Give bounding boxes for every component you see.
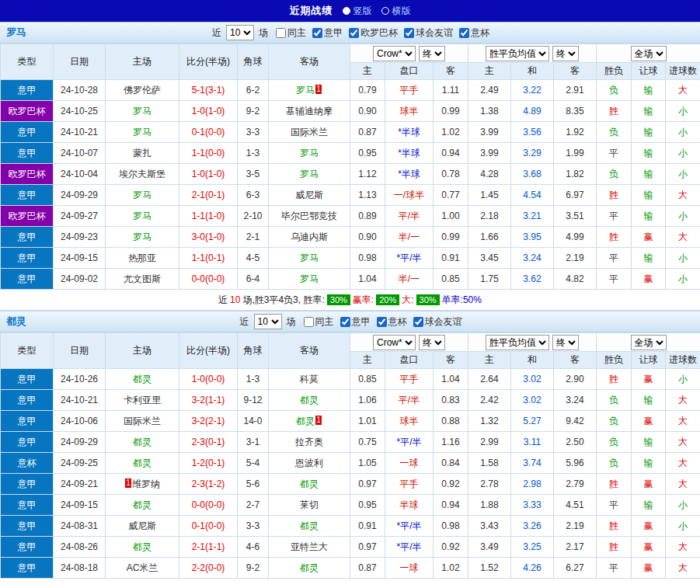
match-count-select[interactable]: 10: [254, 314, 282, 329]
away-team-cell: 毕尔巴鄂竞技: [269, 206, 350, 227]
home-team-name: 尤文图斯: [124, 273, 161, 284]
home-odds-cell: 0.87: [350, 558, 385, 579]
column-header: 进球数: [666, 352, 700, 369]
team-section-header: 罗马近10场同主意甲欧罗巴杯球会友谊意杯: [0, 22, 700, 43]
avg-home-cell: 1.32: [468, 411, 511, 432]
avg-home-cell: 4.28: [468, 164, 511, 185]
avg-time-select[interactable]: 终: [552, 335, 579, 350]
filter-checkbox[interactable]: 欧罗巴杯: [349, 26, 398, 40]
home-team-cell: 蒙扎: [106, 143, 179, 164]
checkbox-input[interactable]: [340, 317, 350, 327]
column-header: 客: [434, 63, 468, 80]
avg-draw-cell: 3.95: [511, 227, 554, 248]
checkbox-label: 意甲: [352, 315, 371, 329]
column-header: 比分(半场): [179, 44, 238, 80]
checkbox-input[interactable]: [413, 317, 423, 327]
checkbox-input[interactable]: [459, 28, 469, 38]
match-type-cell: 意甲: [1, 432, 54, 453]
handicap-cell: 平手: [385, 80, 434, 101]
avg-home-cell: 3.99: [468, 122, 511, 143]
handicap-result-cell: 输: [632, 143, 666, 164]
layout-option-vertical[interactable]: 竖版: [343, 5, 372, 18]
filter-controls: 近10场同主意甲欧罗巴杯球会友谊意杯: [211, 25, 489, 40]
home-team-cell: 都灵: [106, 537, 179, 558]
corners-cell: 6-2: [238, 80, 269, 101]
checkbox-input[interactable]: [404, 28, 414, 38]
home-odds-cell: 1.13: [350, 185, 385, 206]
goals-cell: 大: [666, 558, 700, 579]
column-header: 让球: [632, 352, 666, 369]
home-team-cell: 罗马: [106, 227, 179, 248]
scope-select[interactable]: 全场: [631, 335, 667, 350]
checkbox-input[interactable]: [312, 28, 322, 38]
handicap-cell: *半球: [385, 143, 434, 164]
odds-company-select[interactable]: Crow*: [373, 46, 416, 61]
match-count-select[interactable]: 10: [226, 25, 254, 40]
checkbox-input[interactable]: [349, 28, 359, 38]
filter-checkbox[interactable]: 意杯: [377, 315, 407, 329]
home-team-name: 都灵: [133, 541, 151, 552]
corners-cell: 3-3: [238, 516, 269, 537]
checkbox-input[interactable]: [377, 317, 387, 327]
odds-time-select[interactable]: 终: [419, 46, 445, 61]
result-cell: 胜: [597, 101, 632, 122]
summary-part: 场,胜3平4负3, 胜率:: [242, 294, 324, 307]
home-odds-cell: 1.12: [350, 164, 385, 185]
away-team-name: 都灵: [296, 416, 315, 426]
goals-cell: 小: [666, 495, 700, 516]
home-team-cell: 罗马: [106, 122, 179, 143]
avg-home-cell: 2.78: [468, 474, 511, 495]
filter-checkbox[interactable]: 球会友谊: [413, 315, 462, 329]
away-team-cell: 罗马: [269, 269, 350, 290]
filter-checkbox[interactable]: 意杯: [459, 26, 489, 40]
checkbox-input[interactable]: [276, 28, 286, 38]
avg-type-select[interactable]: 胜平负均值: [486, 335, 549, 350]
scope-select[interactable]: 全场: [631, 46, 667, 61]
home-team-cell: 都灵: [106, 495, 179, 516]
goals-cell: 小: [666, 516, 700, 537]
handicap-cell: 平手: [385, 369, 434, 390]
handicap-result-cell: 赢: [632, 558, 666, 579]
layout-option-horizontal[interactable]: 横版: [381, 5, 411, 18]
result-cell: 负: [597, 164, 632, 185]
filter-checkbox[interactable]: 同主: [276, 26, 306, 40]
avg-type-select[interactable]: 胜平负均值: [486, 46, 549, 61]
away-team-cell: 罗马: [269, 248, 350, 269]
away-odds-cell: 1.16: [434, 432, 468, 453]
odds-time-select[interactable]: 终: [419, 335, 445, 350]
result-cell: 胜: [597, 185, 632, 206]
corners-cell: 4-6: [238, 537, 269, 558]
away-team-cell: 罗马: [269, 143, 350, 164]
away-odds-cell: 0.94: [434, 143, 468, 164]
avg-header: 胜平负均值终: [468, 44, 597, 63]
match-row: 意甲24-09-29都灵2-3(0-1)3-1拉齐奥0.75*平/半1.162.…: [1, 432, 700, 453]
filter-checkbox[interactable]: 同主: [304, 315, 334, 329]
filter-checkbox[interactable]: 意甲: [340, 315, 371, 329]
avg-draw-cell: 3.02: [511, 369, 554, 390]
avg-draw-cell: 3.74: [511, 453, 554, 474]
odds-company-select[interactable]: Crow*: [373, 335, 416, 350]
home-team-cell: 1维罗纳: [106, 474, 179, 495]
avg-time-select[interactable]: 终: [552, 46, 579, 61]
checkbox-input[interactable]: [304, 317, 314, 327]
avg-draw-cell: 4.26: [511, 558, 554, 579]
home-team-cell: 都灵: [106, 453, 179, 474]
column-header: 客场: [269, 44, 350, 80]
goals-cell: 小: [666, 206, 700, 227]
home-odds-cell: 0.97: [350, 474, 385, 495]
column-header: 盘口: [385, 63, 434, 80]
avg-draw-cell: 4.89: [511, 101, 554, 122]
match-row: 意甲24-10-21卡利亚里3-2(1-1)9-12都灵1.06平/半0.832…: [1, 390, 700, 411]
home-team-name: 维罗纳: [132, 478, 160, 489]
away-team-name: 罗马: [300, 273, 319, 284]
date-cell: 24-10-28: [54, 80, 106, 101]
filter-checkbox[interactable]: 球会友谊: [404, 26, 453, 40]
home-odds-cell: 0.87: [350, 122, 385, 143]
goals-cell: 小: [666, 369, 700, 390]
column-header: 盘口: [385, 352, 434, 369]
match-type-cell: 意甲: [1, 248, 54, 269]
filter-checkbox[interactable]: 意甲: [312, 26, 343, 40]
red-card-badge: 1: [315, 85, 322, 94]
home-odds-cell: 1.01: [350, 411, 385, 432]
score-cell: 3-2(2-1): [179, 411, 238, 432]
